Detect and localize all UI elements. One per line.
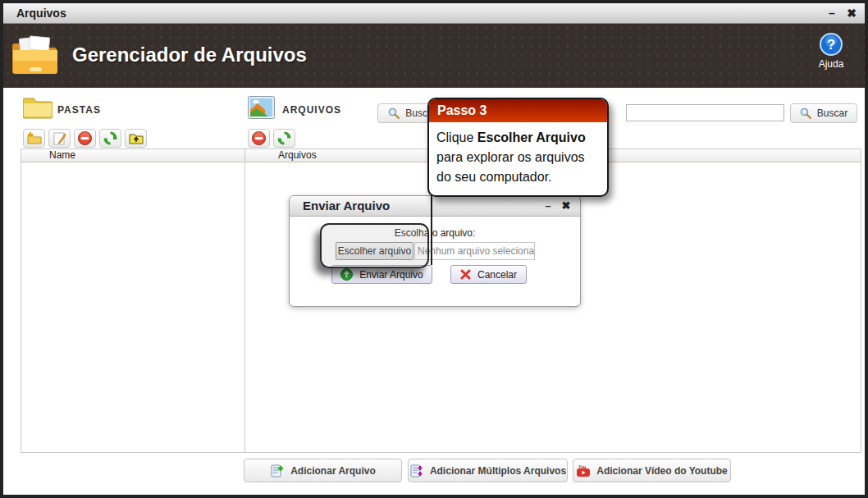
- add-multiple-files-button[interactable]: Adicionar Múltiplos Arquivos: [408, 459, 568, 482]
- tooltip-text-bold: Escolher Arquivo: [477, 130, 586, 144]
- documents-add-multi-icon: [409, 464, 424, 478]
- red-x-icon: [460, 269, 471, 280]
- right-panel-title: ARQUIVOS: [282, 104, 341, 116]
- add-multiple-files-label: Adicionar Múltiplos Arquivos: [430, 465, 566, 477]
- folders-toolbar: [23, 129, 147, 148]
- tutorial-connector-line: [431, 189, 432, 265]
- add-youtube-video-label: Adicionar Vídeo do Youtube: [596, 465, 728, 477]
- dialog-titlebar: Enviar Arquivo – ✖: [290, 196, 580, 217]
- left-panel-title: PASTAS: [57, 104, 101, 116]
- window-close-button[interactable]: ✖: [843, 5, 860, 21]
- tooltip-body: Clique Escolher Arquivo para explorar os…: [429, 122, 607, 195]
- cancel-button[interactable]: Cancelar: [450, 265, 527, 284]
- tutorial-highlight-box: [320, 223, 429, 268]
- window-minimize-button[interactable]: –: [824, 5, 840, 21]
- window-title: Arquivos: [16, 7, 66, 20]
- send-file-label: Enviar Arquivo: [359, 269, 423, 281]
- main-area: PASTAS: [3, 88, 865, 493]
- search-input[interactable]: [626, 104, 784, 121]
- search-button[interactable]: Buscar: [790, 103, 857, 123]
- refresh-folders-button[interactable]: [99, 129, 121, 148]
- upload-circle-icon: [340, 268, 353, 281]
- files-column-label: Arquivos: [278, 149, 317, 161]
- svg-text:?: ?: [827, 37, 835, 53]
- picture-icon: [248, 96, 275, 119]
- tooltip-text: para explorar os arquivos do seu computa…: [436, 150, 585, 184]
- folder-documents-icon: [11, 35, 59, 76]
- add-folder-button[interactable]: [23, 129, 45, 148]
- search-button-label: Buscar: [817, 107, 847, 119]
- dialog-minimize-button[interactable]: –: [541, 199, 555, 213]
- add-youtube-video-button[interactable]: You Adicionar Vídeo do Youtube: [573, 459, 731, 482]
- remove-circle-icon: [252, 131, 266, 145]
- add-folder-icon: [27, 132, 42, 144]
- refresh-icon: [103, 131, 117, 145]
- edit-folder-button[interactable]: [48, 129, 71, 148]
- folders-column-header[interactable]: Name: [21, 149, 244, 162]
- file-manager-window: Arquivos – ✖ Gerenciador de Arquivos: [0, 0, 868, 498]
- search-icon: [800, 107, 811, 119]
- edit-pencil-icon: [53, 132, 66, 145]
- tooltip-title: Passo 3: [429, 99, 607, 122]
- window-titlebar: Arquivos – ✖: [3, 3, 865, 24]
- delete-file-button[interactable]: [248, 129, 270, 148]
- add-file-button[interactable]: Adicionar Arquivo: [244, 459, 402, 482]
- help-label: Ajuda: [812, 58, 850, 70]
- tooltip-text: Clique: [436, 130, 477, 144]
- folder-icon: [23, 94, 53, 119]
- dialog-title: Enviar Arquivo: [303, 199, 390, 212]
- youtube-icon: You: [576, 464, 591, 477]
- folders-column-label: Name: [49, 149, 75, 161]
- tutorial-tooltip: Passo 3 Clique Escolher Arquivo para exp…: [427, 98, 609, 197]
- dialog-close-button[interactable]: ✖: [559, 199, 573, 213]
- app-header: Gerenciador de Arquivos ? Ajuda: [3, 24, 865, 88]
- folder-up-icon: [129, 132, 144, 144]
- refresh-files-button[interactable]: [273, 129, 295, 148]
- folders-table[interactable]: Name: [21, 148, 245, 453]
- document-add-icon: [270, 464, 285, 478]
- no-file-selected-text: Nenhum arquivo selecionado: [414, 242, 535, 260]
- search-icon: [388, 107, 400, 119]
- files-toolbar: [248, 129, 295, 148]
- folder-up-button[interactable]: [125, 129, 147, 148]
- question-circle-icon: ?: [812, 32, 850, 57]
- cancel-label: Cancelar: [477, 269, 517, 281]
- remove-circle-icon: [78, 131, 92, 145]
- delete-folder-button[interactable]: [74, 129, 96, 148]
- page-title: Gerenciador de Arquivos: [72, 43, 307, 66]
- help-button[interactable]: ? Ajuda: [812, 32, 850, 70]
- refresh-icon: [277, 131, 291, 145]
- add-file-label: Adicionar Arquivo: [290, 465, 376, 477]
